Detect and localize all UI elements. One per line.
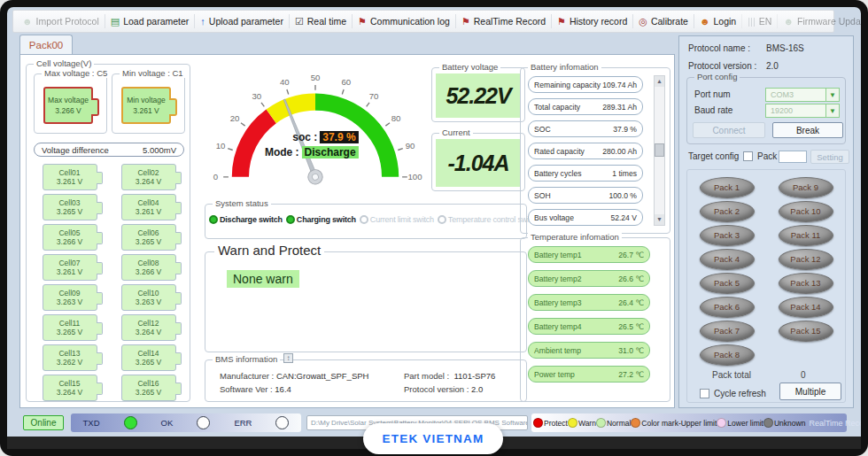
port-num-dropdown[interactable]: COM3 ▼ (765, 88, 840, 102)
history-record-button[interactable]: ⚑ History record (551, 14, 632, 28)
firmware-update-button[interactable]: ☻ Firmware Update (777, 14, 861, 28)
svg-text:30: 30 (252, 91, 262, 101)
chevron-down-icon[interactable]: ▼ (825, 104, 839, 117)
cell-value: 3.264 V (136, 177, 161, 186)
cell-item: Cell08 3.266 V (121, 254, 176, 281)
pack-button[interactable]: Pack 2 (700, 201, 755, 222)
cell-name: Cell01 (58, 168, 80, 177)
chevron-down-icon[interactable]: ▼ (825, 89, 839, 101)
info-value: 1 times (612, 169, 637, 178)
pack-button[interactable]: Pack 7 (700, 321, 755, 342)
pack-button[interactable]: Pack 6 (700, 297, 755, 318)
realtime-record-button[interactable]: ⚑ RealTime Record (455, 14, 551, 28)
legend-item: Warn (568, 418, 596, 428)
setting-button[interactable]: Setting (810, 150, 849, 164)
scroll-down-icon[interactable]: ▼ (655, 214, 664, 225)
info-value: 37.9 % (613, 125, 637, 134)
import-protocol-button[interactable]: ☻ Import Protocol (17, 14, 105, 28)
pack-button[interactable]: Pack 13 (779, 273, 833, 294)
bms-info-toggle-icon[interactable]: ↕ (283, 353, 293, 363)
bms-info-col1: Manufacturer : CAN:Growatt_SPF_SPH Softw… (220, 369, 368, 396)
connect-button[interactable]: Connect (693, 122, 765, 138)
scroll-thumb[interactable] (655, 143, 664, 157)
calibrate-button[interactable]: ◎ Calibrate (632, 14, 694, 28)
barcode-button[interactable]: ||| EN (741, 14, 777, 28)
info-label: SOC (534, 125, 551, 134)
baud-rate-dropdown[interactable]: 19200 ▼ (765, 104, 840, 118)
port-config-title: Port config (694, 72, 740, 81)
pack-button[interactable]: Pack 12 (779, 249, 833, 270)
login-button[interactable]: ☻ Login (694, 14, 741, 28)
min-voltage-label: Min voltage (127, 96, 165, 104)
realtime-record-label: RealTime Record (809, 419, 861, 428)
temperature-row: Battery temp4 26.5 ℃ (528, 318, 650, 335)
multiple-button[interactable]: Multiple (779, 383, 841, 400)
target-config-row: Target config Pack addr Setting (679, 150, 853, 166)
cell-name: Cell03 (58, 198, 80, 207)
cell-grid: Cell01 3.261 V Cell02 3.264 V Cell03 3.2… (30, 164, 188, 401)
real-time-button[interactable]: ☑ Real time (289, 14, 352, 28)
cell-value: 3.265 V (136, 237, 161, 246)
cell-name: Cell07 (58, 259, 80, 267)
cell-value: 3.265 V (57, 207, 82, 216)
break-button[interactable]: Break (772, 122, 843, 138)
cycle-refresh-checkbox[interactable] (700, 389, 709, 398)
current-title: Current (439, 128, 473, 137)
pack-button[interactable]: Pack 5 (700, 273, 755, 294)
upload-parameter-button[interactable]: ↑ Upload parameter (194, 14, 289, 28)
info-label: Rated capacity (534, 147, 585, 156)
pack-button[interactable]: Pack 4 (700, 249, 755, 270)
pack-button[interactable]: Pack 11 (779, 225, 833, 246)
pack-button[interactable]: Pack 14 (779, 297, 833, 318)
info-label: Total capacity (534, 103, 580, 112)
cell-item: Cell06 3.265 V (121, 224, 176, 251)
protocol-version-row: Protocol version : 2.0 (688, 61, 779, 71)
cell-name: Cell02 (137, 168, 159, 177)
target-config-label: Target config (688, 151, 739, 161)
pack-addr-input[interactable] (779, 151, 807, 163)
toolbar-icon: ⚑ (557, 17, 566, 27)
app-frame: ☻ Import Protocol ▤ Load parameter ↑ Upl… (0, 0, 868, 456)
toolbar-icon: ☻ (700, 17, 710, 27)
cell-name: Cell14 (137, 349, 159, 358)
system-status-group: System status Discharge switch Charging … (205, 204, 527, 239)
legend-dot-icon (763, 418, 773, 428)
svg-text:20: 20 (230, 113, 240, 123)
toolbar-label: Real time (307, 16, 346, 27)
pack-button[interactable]: Pack 10 (779, 201, 833, 222)
bms-app-window: ☻ Import Protocol ▤ Load parameter ↑ Upl… (7, 7, 861, 449)
toolbar-label: Firmware Update (797, 16, 861, 27)
protocol-name-value: BMS-16S (766, 43, 804, 53)
legend-label: Warn (578, 419, 596, 428)
max-voltage-value: 3.266 V (55, 106, 81, 115)
cell-item: Cell13 3.262 V (43, 344, 97, 371)
pack-button[interactable]: Pack 15 (779, 321, 833, 342)
toolbar-label: Upload parameter (209, 16, 283, 27)
main-panel: Cell voltage(V) Max voltage : C5 Max vol… (19, 54, 675, 408)
svg-text:40: 40 (280, 77, 290, 87)
toolbar-icon: ⚑ (461, 17, 470, 27)
pack-button[interactable]: Pack 8 (700, 344, 755, 366)
cell-name: Cell09 (58, 289, 80, 298)
pack-addr-checkbox[interactable] (743, 151, 753, 161)
min-voltage-group-title: Min voltage : C1 (120, 68, 186, 78)
port-num-label: Port num (694, 89, 731, 99)
cell-item: Cell14 3.265 V (121, 344, 176, 371)
cell-item: Cell04 3.261 V (121, 194, 176, 220)
pack-button[interactable]: Pack 1 (700, 177, 755, 198)
pack-button[interactable]: Pack 3 (700, 225, 755, 246)
battery-info-row: Total capacity 289.31 Ah (528, 98, 643, 115)
switch-indicator-icon (360, 215, 368, 224)
pack-button[interactable]: Pack 9 (779, 177, 833, 198)
svg-text:100: 100 (407, 172, 422, 182)
tab-pack00[interactable]: Pack00 (19, 35, 73, 55)
cell-value: 3.266 V (136, 267, 161, 276)
load-parameter-button[interactable]: ▤ Load parameter (105, 14, 195, 28)
battery-info-scrollbar[interactable]: ▲ ▼ (654, 75, 665, 226)
scroll-up-icon[interactable]: ▲ (655, 76, 664, 87)
min-voltage-value: 3.261 V (133, 106, 159, 115)
legend-dot-icon (596, 418, 606, 428)
svg-text:10: 10 (216, 141, 226, 151)
pack-total-value: 0 (801, 370, 806, 380)
communication-log-button[interactable]: ⚑ Communication log (352, 14, 455, 28)
